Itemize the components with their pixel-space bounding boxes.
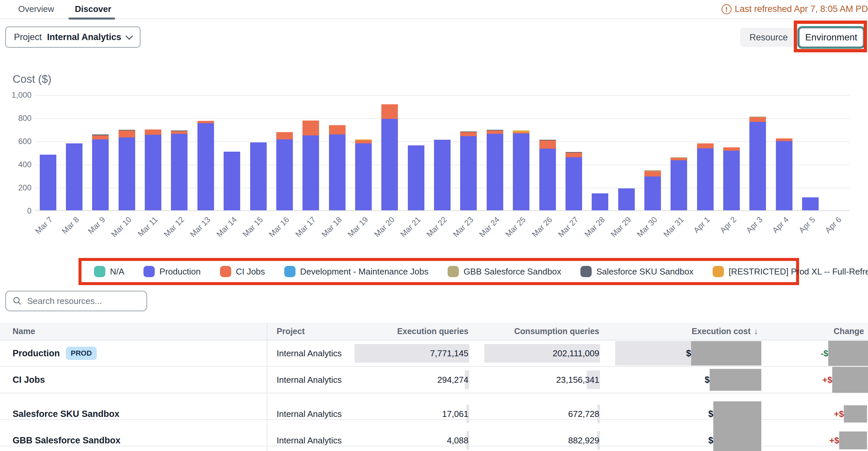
bar-segment (776, 138, 793, 141)
col-header-project[interactable]: Project (267, 323, 349, 340)
stacked-bar[interactable] (802, 197, 819, 210)
stacked-bar[interactable] (224, 152, 240, 210)
stacked-bar[interactable] (618, 188, 635, 211)
stacked-bar[interactable] (644, 170, 661, 210)
bar-segment (644, 176, 661, 210)
stacked-bar[interactable] (460, 131, 477, 210)
bar-segment (329, 134, 345, 210)
stacked-bar[interactable] (171, 130, 187, 210)
stacked-bar[interactable] (671, 157, 687, 210)
query-count: 202,111,009 (553, 348, 599, 359)
chart-legend: N/AProductionCI JobsDevelopment - Mainte… (79, 258, 799, 285)
col-header-name[interactable]: Name (0, 326, 267, 336)
bar-segment (171, 134, 187, 210)
bar-slot-mar-12: Mar 12 (166, 95, 192, 210)
x-axis-tick-label: Apr 5 (797, 215, 817, 235)
legend-color-chip (581, 266, 592, 277)
x-axis-tick-label: Mar 10 (109, 215, 133, 239)
col-header-execution-cost[interactable]: Execution cost↓ (692, 326, 761, 336)
stacked-bar[interactable] (119, 130, 135, 210)
stacked-bar[interactable] (92, 134, 108, 210)
resource-name[interactable]: Production (12, 348, 60, 359)
stacked-bar[interactable] (250, 142, 267, 210)
legend-label: CI Jobs (236, 266, 265, 277)
tab-overview[interactable]: Overview (18, 4, 54, 14)
legend-item[interactable]: [RESTRICTED] Prod XL -- Full-Refresh job… (713, 266, 868, 277)
active-tab-underline (69, 18, 115, 20)
bar-segment (408, 146, 424, 210)
toggle-environment-button[interactable]: Environment (799, 28, 863, 47)
stacked-bar[interactable] (592, 193, 608, 210)
table-row[interactable]: CI JobsInternal Analytics294,27423,156,3… (0, 367, 868, 393)
bar-segment (224, 152, 240, 210)
search-input[interactable] (27, 296, 140, 306)
legend-label: Production (159, 266, 200, 277)
toggle-resource-button[interactable]: Resource (740, 28, 797, 47)
bar-slot-apr-6: Apr 6 (824, 95, 850, 210)
x-axis-tick-label: Mar 13 (188, 215, 212, 239)
y-axis-tick-label: 600 (1, 137, 31, 146)
stacked-bar[interactable] (749, 117, 766, 210)
legend-item[interactable]: CI Jobs (220, 266, 265, 277)
bar-slot-mar-28: Mar 28 (587, 95, 613, 210)
dollar-sign: $ (708, 436, 713, 446)
dollar-sign: $ (708, 409, 713, 419)
stacked-bar[interactable] (66, 143, 83, 210)
stacked-bar[interactable] (276, 132, 293, 210)
stacked-bar[interactable] (303, 121, 319, 210)
change-sign: +$ (834, 409, 844, 419)
legend-color-chip (144, 266, 155, 277)
stacked-bar[interactable] (434, 140, 451, 211)
bar-segment (697, 148, 714, 210)
stacked-bar[interactable] (513, 130, 529, 210)
alert-circle-icon: ! (721, 4, 732, 14)
legend-item[interactable]: GBB Salesforce Sandbox (447, 266, 561, 277)
stacked-bar[interactable] (145, 129, 161, 210)
resource-name[interactable]: CI Jobs (12, 375, 45, 385)
stacked-bar[interactable] (329, 125, 345, 210)
stacked-bar[interactable] (565, 152, 582, 210)
resource-name[interactable]: Salesforce SKU Sandbox (12, 409, 120, 419)
table-row[interactable]: GBB Salesforce SandboxInternal Analytics… (0, 420, 868, 446)
bar-segment (250, 142, 267, 210)
bar-segment (776, 141, 793, 210)
x-axis-tick-label: Mar 20 (372, 215, 397, 239)
tab-discover[interactable]: Discover (75, 4, 111, 14)
stacked-bar[interactable] (355, 139, 372, 210)
bar-segment (460, 136, 477, 210)
stacked-bar[interactable] (381, 104, 398, 210)
cost-dashboard-page: Overview Discover ! Last refreshed Apr 7… (0, 0, 868, 451)
bar-segment (487, 134, 503, 210)
legend-item[interactable]: Salesforce SKU Sandbox (581, 266, 693, 277)
bar-segment (355, 143, 372, 210)
name-cell: GBB Salesforce Sandbox (0, 436, 267, 446)
legend-item[interactable]: N/A (94, 266, 124, 277)
stacked-bar[interactable] (487, 130, 503, 210)
resource-search-box[interactable] (5, 291, 147, 311)
legend-item[interactable]: Development - Maintenance Jobs (284, 266, 428, 277)
bar-segment (749, 117, 766, 122)
stacked-bar[interactable] (408, 146, 424, 210)
col-header-execution-queries[interactable]: Execution queries (397, 326, 469, 336)
bar-segment (119, 137, 135, 211)
last-refreshed-status: ! Last refreshed Apr 7, 8:05 AM PD (721, 4, 868, 14)
bar-segment (513, 133, 529, 210)
stacked-bar[interactable] (697, 143, 714, 210)
execution-queries-cell: 7,771,145 (349, 341, 469, 366)
x-axis-tick-label: Mar 9 (86, 215, 107, 236)
col-header-change[interactable]: Change (834, 326, 868, 336)
stacked-bar[interactable] (776, 138, 793, 210)
stacked-bar[interactable] (197, 121, 214, 210)
legend-item[interactable]: Production (144, 266, 200, 277)
col-header-consumption-queries[interactable]: Consumption queries (514, 326, 600, 336)
x-axis-tick-label: Apr 6 (823, 215, 843, 235)
change-cell: +$ (761, 420, 868, 451)
resource-name[interactable]: GBB Salesforce Sandbox (12, 436, 121, 446)
stacked-bar[interactable] (40, 155, 56, 210)
x-axis-tick-label: Mar 8 (60, 215, 81, 236)
stacked-bar[interactable] (723, 147, 740, 210)
project-filter-dropdown[interactable]: Project Internal Analytics (5, 27, 141, 48)
bar-segment (697, 143, 714, 148)
stacked-bar[interactable] (539, 140, 556, 210)
table-row[interactable]: ProductionPRODInternal Analytics7,771,14… (0, 341, 868, 367)
